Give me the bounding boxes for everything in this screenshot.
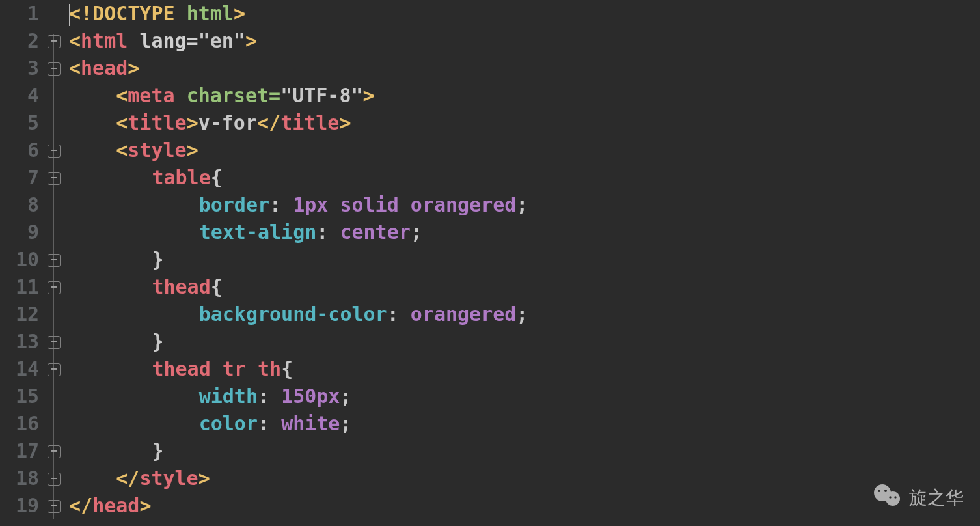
code-line[interactable]: } <box>69 246 980 273</box>
fold-marker[interactable]: − <box>48 500 61 513</box>
fold-marker[interactable]: − <box>48 363 61 376</box>
line-number: 9 <box>0 219 39 246</box>
code-line[interactable]: <head> <box>69 55 980 82</box>
line-number: 1 <box>0 0 39 27</box>
watermark: 旋之华 <box>871 482 964 513</box>
watermark-text: 旋之华 <box>909 486 964 510</box>
svg-point-1 <box>886 491 900 506</box>
line-number: 3 <box>0 55 39 82</box>
svg-point-4 <box>889 496 891 498</box>
fold-marker[interactable]: − <box>48 281 61 294</box>
code-line[interactable]: background-color: orangered; <box>69 301 980 328</box>
line-number-gutter: 1 2 3 4 5 6 7 8 9 10 11 12 13 14 15 16 1… <box>0 0 46 519</box>
code-editor[interactable]: 1 2 3 4 5 6 7 8 9 10 11 12 13 14 15 16 1… <box>0 0 980 519</box>
svg-point-5 <box>894 496 896 498</box>
code-line[interactable]: <meta charset="UTF-8"> <box>69 82 980 109</box>
line-number: 7 <box>0 164 39 191</box>
svg-point-2 <box>878 490 880 492</box>
fold-marker[interactable]: − <box>48 445 61 458</box>
code-line[interactable]: thead{ <box>69 273 980 301</box>
line-number: 12 <box>0 301 39 328</box>
line-number: 2 <box>0 27 39 55</box>
fold-marker[interactable]: − <box>48 336 61 349</box>
fold-marker[interactable]: − <box>48 145 61 158</box>
code-line[interactable]: <html lang="en"> <box>69 27 980 55</box>
fold-gutter[interactable]: − − − − − − − − − − − <box>46 0 62 519</box>
code-line[interactable]: <style> <box>69 137 980 164</box>
line-number: 15 <box>0 383 39 410</box>
line-number: 4 <box>0 82 39 109</box>
code-line[interactable]: color: white; <box>69 410 980 437</box>
line-number: 14 <box>0 355 39 383</box>
code-line[interactable]: <title>v-for</title> <box>69 109 980 137</box>
line-number: 19 <box>0 492 39 519</box>
code-line[interactable]: thead tr th{ <box>69 355 980 383</box>
code-line[interactable]: table{ <box>69 164 980 191</box>
fold-marker[interactable]: − <box>48 172 61 185</box>
line-number: 13 <box>0 328 39 355</box>
fold-marker[interactable]: − <box>48 35 61 48</box>
code-line[interactable]: } <box>69 437 980 465</box>
code-line[interactable]: } <box>69 328 980 355</box>
code-area[interactable]: <!DOCTYPE html> <html lang="en"> <head> … <box>62 0 980 519</box>
wechat-icon <box>871 482 909 513</box>
line-number: 5 <box>0 109 39 137</box>
code-line[interactable]: width: 150px; <box>69 383 980 410</box>
code-line[interactable]: </style> <box>69 465 980 492</box>
svg-point-3 <box>884 490 887 492</box>
line-number: 6 <box>0 137 39 164</box>
code-line[interactable]: text-align: center; <box>69 219 980 246</box>
line-number: 8 <box>0 191 39 219</box>
code-line[interactable]: </head> <box>69 492 980 519</box>
code-line[interactable]: <!DOCTYPE html> <box>69 0 980 27</box>
line-number: 11 <box>0 273 39 301</box>
fold-marker[interactable]: − <box>48 62 61 76</box>
fold-marker[interactable]: − <box>48 473 61 486</box>
line-number: 16 <box>0 410 39 437</box>
line-number: 17 <box>0 437 39 465</box>
line-number: 10 <box>0 246 39 273</box>
fold-marker[interactable]: − <box>48 254 61 267</box>
code-line[interactable]: border: 1px solid orangered; <box>69 191 980 219</box>
line-number: 18 <box>0 465 39 492</box>
